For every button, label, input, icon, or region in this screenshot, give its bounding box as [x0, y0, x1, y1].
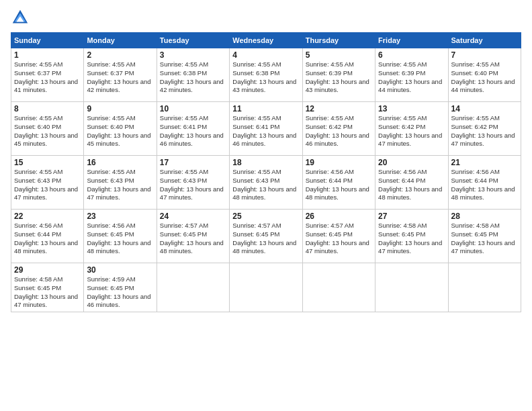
weekday-header: Monday [84, 33, 157, 48]
calendar-cell: 12Sunrise: 4:55 AMSunset: 6:42 PMDayligh… [302, 102, 375, 156]
weekday-header: Friday [375, 33, 448, 48]
calendar-week-row: 29Sunrise: 4:58 AMSunset: 6:45 PMDayligh… [11, 263, 521, 312]
calendar-cell: 4Sunrise: 4:55 AMSunset: 6:38 PMDaylight… [230, 48, 302, 102]
day-info: Sunrise: 4:55 AMSunset: 6:43 PMDaylight:… [87, 168, 153, 202]
day-number: 22 [14, 212, 81, 221]
calendar-cell: 28Sunrise: 4:58 AMSunset: 6:45 PMDayligh… [448, 210, 521, 263]
day-number: 13 [378, 104, 445, 113]
day-info: Sunrise: 4:55 AMSunset: 6:37 PMDaylight:… [87, 60, 153, 95]
day-number: 20 [378, 158, 445, 167]
day-number: 18 [232, 158, 299, 167]
day-info: Sunrise: 4:55 AMSunset: 6:43 PMDaylight:… [14, 168, 81, 202]
day-number: 11 [232, 104, 299, 113]
calendar-cell: 9Sunrise: 4:55 AMSunset: 6:40 PMDaylight… [84, 102, 157, 156]
calendar-cell: 29Sunrise: 4:58 AMSunset: 6:45 PMDayligh… [11, 263, 84, 312]
day-number: 25 [232, 212, 299, 221]
day-info: Sunrise: 4:55 AMSunset: 6:40 PMDaylight:… [14, 114, 81, 148]
day-number: 17 [160, 158, 226, 167]
calendar-cell: 3Sunrise: 4:55 AMSunset: 6:38 PMDaylight… [157, 48, 229, 102]
day-info: Sunrise: 4:55 AMSunset: 6:37 PMDaylight:… [14, 60, 81, 95]
day-info: Sunrise: 4:55 AMSunset: 6:39 PMDaylight:… [378, 60, 445, 95]
calendar-cell: 1Sunrise: 4:55 AMSunset: 6:37 PMDaylight… [11, 48, 84, 102]
day-info: Sunrise: 4:57 AMSunset: 6:45 PMDaylight:… [306, 222, 372, 256]
day-info: Sunrise: 4:56 AMSunset: 6:44 PMDaylight:… [378, 168, 445, 202]
day-number: 5 [306, 50, 372, 60]
calendar-cell [302, 263, 375, 312]
calendar-cell: 7Sunrise: 4:55 AMSunset: 6:40 PMDaylight… [448, 48, 521, 102]
calendar-cell: 24Sunrise: 4:57 AMSunset: 6:45 PMDayligh… [157, 210, 229, 263]
calendar-week-row: 22Sunrise: 4:56 AMSunset: 6:44 PMDayligh… [11, 210, 521, 263]
day-info: Sunrise: 4:55 AMSunset: 6:41 PMDaylight:… [232, 114, 299, 148]
day-number: 26 [306, 212, 372, 221]
day-number: 2 [87, 50, 153, 60]
day-number: 4 [232, 50, 299, 60]
day-number: 1 [14, 50, 81, 60]
day-info: Sunrise: 4:55 AMSunset: 6:43 PMDaylight:… [160, 168, 226, 202]
calendar-cell: 6Sunrise: 4:55 AMSunset: 6:39 PMDaylight… [375, 48, 448, 102]
calendar-cell: 2Sunrise: 4:55 AMSunset: 6:37 PMDaylight… [84, 48, 157, 102]
calendar-cell: 17Sunrise: 4:55 AMSunset: 6:43 PMDayligh… [157, 156, 229, 210]
calendar-cell [230, 263, 302, 312]
day-info: Sunrise: 4:55 AMSunset: 6:38 PMDaylight:… [232, 60, 299, 95]
day-number: 19 [306, 158, 372, 167]
day-number: 10 [160, 104, 226, 113]
day-info: Sunrise: 4:55 AMSunset: 6:42 PMDaylight:… [451, 114, 518, 148]
calendar-cell: 18Sunrise: 4:55 AMSunset: 6:43 PMDayligh… [230, 156, 302, 210]
day-number: 16 [87, 158, 153, 167]
header [11, 8, 521, 27]
day-number: 8 [14, 104, 81, 113]
day-info: Sunrise: 4:55 AMSunset: 6:40 PMDaylight:… [451, 60, 518, 95]
calendar-cell [375, 263, 448, 312]
day-number: 3 [160, 50, 226, 60]
calendar-cell: 13Sunrise: 4:55 AMSunset: 6:42 PMDayligh… [375, 102, 448, 156]
day-number: 14 [451, 104, 518, 113]
calendar-cell: 5Sunrise: 4:55 AMSunset: 6:39 PMDaylight… [302, 48, 375, 102]
day-info: Sunrise: 4:58 AMSunset: 6:45 PMDaylight:… [14, 275, 81, 310]
calendar-cell [448, 263, 521, 312]
day-info: Sunrise: 4:57 AMSunset: 6:45 PMDaylight:… [160, 222, 226, 256]
day-info: Sunrise: 4:55 AMSunset: 6:40 PMDaylight:… [87, 114, 153, 148]
day-info: Sunrise: 4:55 AMSunset: 6:39 PMDaylight:… [306, 60, 372, 95]
calendar-cell: 30Sunrise: 4:59 AMSunset: 6:45 PMDayligh… [84, 263, 157, 312]
day-info: Sunrise: 4:58 AMSunset: 6:45 PMDaylight:… [451, 222, 518, 256]
calendar-cell [157, 263, 229, 312]
day-info: Sunrise: 4:55 AMSunset: 6:42 PMDaylight:… [378, 114, 445, 148]
day-number: 28 [451, 212, 518, 221]
logo [11, 8, 32, 27]
calendar-cell: 27Sunrise: 4:58 AMSunset: 6:45 PMDayligh… [375, 210, 448, 263]
weekday-header-row: SundayMondayTuesdayWednesdayThursdayFrid… [11, 33, 521, 48]
page: SundayMondayTuesdayWednesdayThursdayFrid… [0, 0, 532, 411]
calendar-cell: 23Sunrise: 4:56 AMSunset: 6:45 PMDayligh… [84, 210, 157, 263]
day-info: Sunrise: 4:58 AMSunset: 6:45 PMDaylight:… [378, 222, 445, 256]
day-number: 7 [451, 50, 518, 60]
calendar-cell: 22Sunrise: 4:56 AMSunset: 6:44 PMDayligh… [11, 210, 84, 263]
calendar-cell: 21Sunrise: 4:56 AMSunset: 6:44 PMDayligh… [448, 156, 521, 210]
calendar-cell: 8Sunrise: 4:55 AMSunset: 6:40 PMDaylight… [11, 102, 84, 156]
day-number: 24 [160, 212, 226, 221]
weekday-header: Wednesday [230, 33, 302, 48]
calendar-cell: 10Sunrise: 4:55 AMSunset: 6:41 PMDayligh… [157, 102, 229, 156]
day-number: 29 [14, 265, 81, 275]
weekday-header: Saturday [448, 33, 521, 48]
calendar-cell: 20Sunrise: 4:56 AMSunset: 6:44 PMDayligh… [375, 156, 448, 210]
calendar-table: SundayMondayTuesdayWednesdayThursdayFrid… [11, 32, 521, 312]
day-number: 6 [378, 50, 445, 60]
day-info: Sunrise: 4:55 AMSunset: 6:41 PMDaylight:… [160, 114, 226, 148]
day-info: Sunrise: 4:57 AMSunset: 6:45 PMDaylight:… [232, 222, 299, 256]
day-number: 21 [451, 158, 518, 167]
calendar-week-row: 8Sunrise: 4:55 AMSunset: 6:40 PMDaylight… [11, 102, 521, 156]
calendar-week-row: 15Sunrise: 4:55 AMSunset: 6:43 PMDayligh… [11, 156, 521, 210]
day-info: Sunrise: 4:59 AMSunset: 6:45 PMDaylight:… [87, 275, 153, 310]
calendar-cell: 11Sunrise: 4:55 AMSunset: 6:41 PMDayligh… [230, 102, 302, 156]
day-info: Sunrise: 4:56 AMSunset: 6:44 PMDaylight:… [306, 168, 372, 202]
calendar-week-row: 1Sunrise: 4:55 AMSunset: 6:37 PMDaylight… [11, 48, 521, 102]
day-number: 27 [378, 212, 445, 221]
day-number: 15 [14, 158, 81, 167]
day-number: 9 [87, 104, 153, 113]
day-number: 23 [87, 212, 153, 221]
day-info: Sunrise: 4:56 AMSunset: 6:44 PMDaylight:… [451, 168, 518, 202]
calendar-cell: 25Sunrise: 4:57 AMSunset: 6:45 PMDayligh… [230, 210, 302, 263]
calendar-cell: 16Sunrise: 4:55 AMSunset: 6:43 PMDayligh… [84, 156, 157, 210]
day-info: Sunrise: 4:55 AMSunset: 6:38 PMDaylight:… [160, 60, 226, 95]
calendar-cell: 15Sunrise: 4:55 AMSunset: 6:43 PMDayligh… [11, 156, 84, 210]
